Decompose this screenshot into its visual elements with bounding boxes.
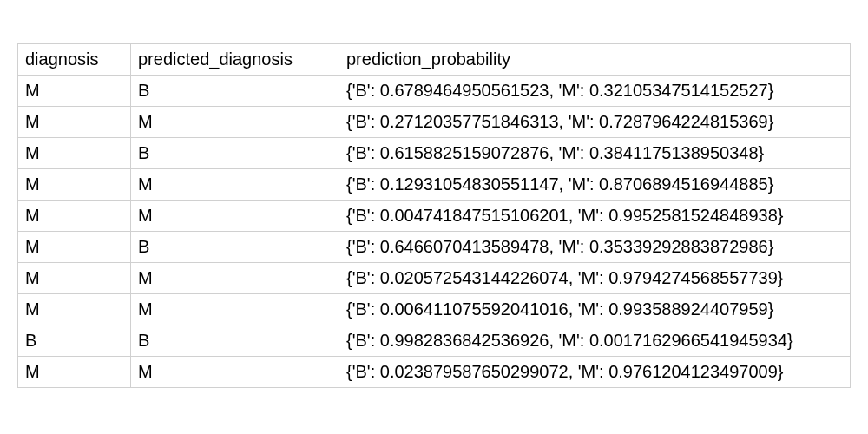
cell-diagnosis: M [18,357,131,388]
cell-predicted-diagnosis: M [131,201,339,232]
table-row: M B {'B': 0.6466070413589478, 'M': 0.353… [18,232,851,263]
cell-predicted-diagnosis: B [131,76,339,107]
cell-diagnosis: B [18,326,131,357]
cell-prediction-probability: {'B': 0.006411075592041016, 'M': 0.99358… [339,294,851,326]
cell-diagnosis: M [18,107,131,138]
cell-diagnosis: M [18,294,131,326]
cell-prediction-probability: {'B': 0.6466070413589478, 'M': 0.3533929… [339,232,851,263]
cell-predicted-diagnosis: M [131,357,339,388]
table-header-row: diagnosis predicted_diagnosis prediction… [18,44,851,76]
header-diagnosis: diagnosis [18,44,131,76]
table-row: M B {'B': 0.6789464950561523, 'M': 0.321… [18,76,851,107]
cell-predicted-diagnosis: M [131,263,339,294]
prediction-table: diagnosis predicted_diagnosis prediction… [17,43,851,388]
cell-prediction-probability: {'B': 0.023879587650299072, 'M': 0.97612… [339,357,851,388]
cell-diagnosis: M [18,169,131,201]
table-row: M M {'B': 0.27120357751846313, 'M': 0.72… [18,107,851,138]
cell-diagnosis: M [18,263,131,294]
cell-prediction-probability: {'B': 0.27120357751846313, 'M': 0.728796… [339,107,851,138]
table-row: M M {'B': 0.004741847515106201, 'M': 0.9… [18,201,851,232]
cell-prediction-probability: {'B': 0.6158825159072876, 'M': 0.3841175… [339,138,851,169]
cell-prediction-probability: {'B': 0.6789464950561523, 'M': 0.3210534… [339,76,851,107]
cell-diagnosis: M [18,232,131,263]
cell-predicted-diagnosis: M [131,107,339,138]
cell-predicted-diagnosis: B [131,326,339,357]
cell-predicted-diagnosis: B [131,232,339,263]
table-row: M M {'B': 0.006411075592041016, 'M': 0.9… [18,294,851,326]
header-prediction-probability: prediction_probability [339,44,851,76]
cell-predicted-diagnosis: M [131,294,339,326]
table-row: M M {'B': 0.020572543144226074, 'M': 0.9… [18,263,851,294]
cell-diagnosis: M [18,76,131,107]
cell-prediction-probability: {'B': 0.004741847515106201, 'M': 0.99525… [339,201,851,232]
cell-prediction-probability: {'B': 0.020572543144226074, 'M': 0.97942… [339,263,851,294]
cell-prediction-probability: {'B': 0.9982836842536926, 'M': 0.0017162… [339,326,851,357]
header-predicted-diagnosis: predicted_diagnosis [131,44,339,76]
cell-predicted-diagnosis: M [131,169,339,201]
cell-prediction-probability: {'B': 0.12931054830551147, 'M': 0.870689… [339,169,851,201]
cell-diagnosis: M [18,201,131,232]
cell-diagnosis: M [18,138,131,169]
cell-predicted-diagnosis: B [131,138,339,169]
table-row: M B {'B': 0.6158825159072876, 'M': 0.384… [18,138,851,169]
table-row: M M {'B': 0.12931054830551147, 'M': 0.87… [18,169,851,201]
table-row: B B {'B': 0.9982836842536926, 'M': 0.001… [18,326,851,357]
table-row: M M {'B': 0.023879587650299072, 'M': 0.9… [18,357,851,388]
